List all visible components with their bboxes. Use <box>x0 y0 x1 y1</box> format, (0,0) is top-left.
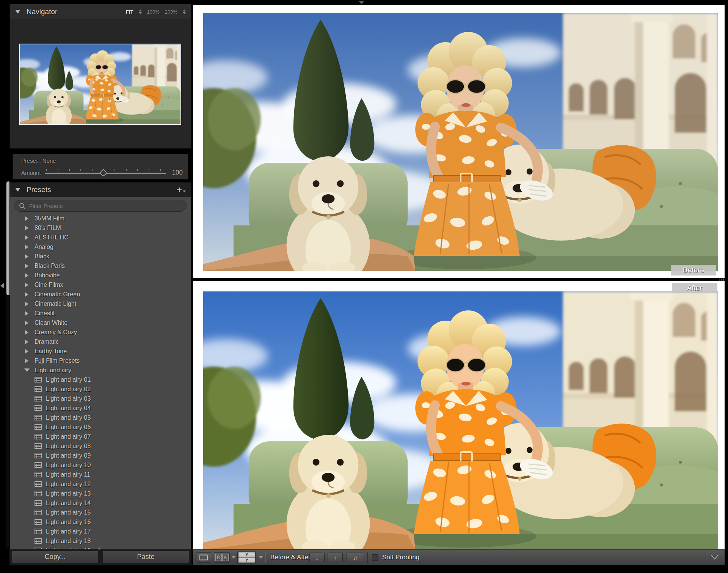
preset-folder-row[interactable]: Cinestill <box>10 309 191 318</box>
collapse-left-panel-icon[interactable] <box>0 283 4 289</box>
expand-arrow-icon[interactable] <box>25 340 28 344</box>
loupe-view-button[interactable] <box>196 552 211 562</box>
expand-arrow-icon[interactable] <box>25 302 28 306</box>
presets-header[interactable]: Presets + <box>10 183 191 197</box>
zoom-fit-button[interactable]: FIT <box>126 9 133 15</box>
preset-item-row[interactable]: Light and airy 18 <box>10 536 191 546</box>
preset-folder-row[interactable]: Analog <box>10 242 191 252</box>
preset-folder-row-expanded[interactable]: Light and airy <box>10 365 191 375</box>
preset-icon <box>35 538 42 544</box>
collapse-triangle-icon[interactable] <box>15 10 20 14</box>
preset-folder-row[interactable]: Cinematic Green <box>10 290 191 299</box>
expand-arrow-icon[interactable] <box>25 330 28 335</box>
preset-item-row[interactable]: Light and airy 16 <box>10 517 191 527</box>
paste-button[interactable]: Paste <box>102 551 189 563</box>
collapse-arrow-icon[interactable] <box>24 368 30 372</box>
filter-presets-input[interactable] <box>14 200 187 212</box>
preset-folder-row[interactable]: Black Paris <box>10 261 191 271</box>
toolbar-divider <box>706 552 706 563</box>
before-image[interactable] <box>203 13 718 271</box>
preset-item-row[interactable]: Light and airy 08 <box>10 441 191 451</box>
preset-item-row[interactable]: Light and airy 14 <box>10 498 191 508</box>
preset-item-label: Light and airy 13 <box>46 490 91 497</box>
preset-folder-row[interactable]: Earthy Tone <box>10 346 191 356</box>
footer-caret-icon[interactable] <box>97 548 101 550</box>
expand-arrow-icon[interactable] <box>25 245 28 249</box>
preset-folder-row[interactable]: AESTHETIC <box>10 233 191 242</box>
preset-folder-row[interactable]: 80's FILM <box>10 223 191 233</box>
expand-arrow-icon[interactable] <box>25 349 28 354</box>
expand-arrow-icon[interactable] <box>25 283 28 287</box>
zoom-200-button[interactable]: 200% <box>165 9 177 15</box>
expand-arrow-icon[interactable] <box>25 321 28 325</box>
preset-folder-label: Creamy & Cozy <box>35 329 77 336</box>
view-mode-caret-icon[interactable] <box>232 556 235 559</box>
navigator-panel: Navigator FIT 100% 200% <box>9 4 191 149</box>
preset-item-row[interactable]: Light and airy 17 <box>10 527 191 536</box>
preset-folder-label: Analog <box>35 244 53 250</box>
preset-item-list: Light and airy 01 Light and airy 02 <box>10 375 191 549</box>
preset-item-row[interactable]: Light and airy 04 <box>10 403 191 413</box>
zoom-fit-spinner-icon[interactable] <box>139 9 142 14</box>
collapse-triangle-icon[interactable] <box>15 188 20 192</box>
caret-down-icon <box>183 190 186 192</box>
soft-proofing-checkbox[interactable] <box>372 554 378 560</box>
expand-arrow-icon[interactable] <box>25 292 28 297</box>
presets-title: Presets <box>27 186 51 194</box>
toolbar-options-caret-icon[interactable] <box>711 555 719 560</box>
preset-folder-row[interactable]: Cinematic Light <box>10 299 191 309</box>
preset-item-row[interactable]: Light and airy 10 <box>10 460 191 470</box>
expand-arrow-icon[interactable] <box>25 226 28 230</box>
view-mode-caret-icon[interactable] <box>259 556 263 559</box>
preset-folder-row[interactable]: Fuji Film Presets <box>10 356 191 365</box>
preset-item-row[interactable]: Light and airy 01 <box>10 375 191 384</box>
preset-item-row[interactable]: Light and airy 03 <box>10 394 191 403</box>
zoom-200-spinner-icon[interactable] <box>183 9 186 14</box>
after-image[interactable] <box>203 291 718 549</box>
expand-arrow-icon[interactable] <box>25 273 28 278</box>
preset-folder-row[interactable]: Bohovibe <box>10 271 191 280</box>
preset-item-row[interactable]: Light and airy 05 <box>10 413 191 422</box>
preset-folder-label: Fuji Film Presets <box>35 357 80 364</box>
copy-before-to-after-button[interactable]: ↓ <box>309 553 325 562</box>
navigator-thumbnail[interactable] <box>19 44 181 125</box>
expand-arrow-icon[interactable] <box>25 254 28 259</box>
preset-folder-row[interactable]: Dramatic <box>10 337 191 346</box>
before-after-top-bottom-button[interactable]: Y Y <box>237 551 256 563</box>
preset-folder-row[interactable]: Clean White <box>10 318 191 327</box>
navigator-header[interactable]: Navigator FIT 100% 200% <box>10 4 191 19</box>
toolbar-divider <box>367 552 368 563</box>
copy-button[interactable]: Copy... <box>12 551 99 563</box>
copy-after-to-before-button[interactable]: ↑ <box>328 553 343 562</box>
before-after-left-right-button[interactable]: R A <box>214 552 230 562</box>
preset-item-label: Light and airy 12 <box>46 481 91 488</box>
preset-item-row[interactable]: Light and airy 06 <box>10 422 191 432</box>
preset-folder-row[interactable]: 35MM Film <box>10 214 191 223</box>
preset-folder-label: Dramatic <box>35 338 59 345</box>
preset-item-row[interactable]: Light and airy 12 <box>10 479 191 489</box>
expand-arrow-icon[interactable] <box>25 235 28 240</box>
preset-item-row[interactable]: Light and airy 11 <box>10 470 191 479</box>
amount-slider[interactable] <box>45 168 166 177</box>
preset-item-row[interactable]: Light and airy 07 <box>10 432 191 441</box>
expand-arrow-icon[interactable] <box>25 264 28 268</box>
bottom-cell: Y <box>238 557 255 562</box>
preset-icon <box>35 519 42 525</box>
preset-item-row[interactable]: Light and airy 02 <box>10 384 191 394</box>
expand-arrow-icon[interactable] <box>25 311 28 316</box>
preset-item-label: Light and airy 01 <box>46 376 91 383</box>
zoom-100-button[interactable]: 100% <box>147 9 160 15</box>
add-preset-button[interactable]: + <box>177 186 186 194</box>
swap-before-after-button[interactable]: ↓↑ <box>347 553 363 562</box>
preset-item-row[interactable]: Light and airy 09 <box>10 451 191 460</box>
preset-item-row[interactable]: Light and airy 13 <box>10 489 191 498</box>
preset-folder-row[interactable]: Creamy & Cozy <box>10 327 191 337</box>
preset-item-label: Light and airy 19 <box>46 547 91 549</box>
preset-folder-row[interactable]: Cine Filmx <box>10 280 191 290</box>
preset-item-row[interactable]: Light and airy 15 <box>10 508 191 517</box>
preset-folder-row[interactable]: Black <box>10 252 191 261</box>
expand-arrow-icon[interactable] <box>25 216 28 221</box>
preset-current-label: Preset : None <box>21 157 56 164</box>
before-label: Before <box>671 265 716 275</box>
expand-arrow-icon[interactable] <box>25 359 28 363</box>
